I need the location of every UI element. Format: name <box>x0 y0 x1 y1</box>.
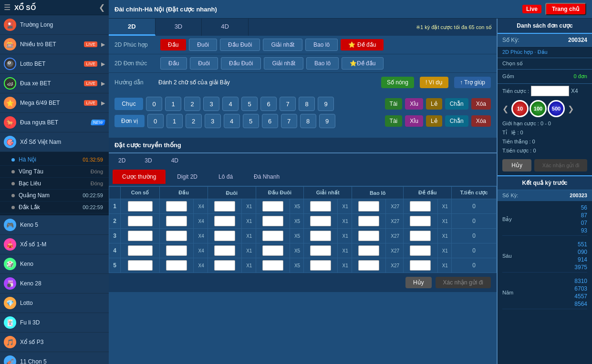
dau-val-5[interactable] <box>166 260 187 271</box>
dv-3[interactable]: 3 <box>205 114 221 128</box>
dv-7[interactable]: 7 <box>281 114 297 128</box>
dv-6[interactable]: 6 <box>262 114 278 128</box>
chip-next[interactable]: ❯ <box>566 104 576 113</box>
chuc-6[interactable]: 6 <box>260 97 277 111</box>
trad-cancel-btn[interactable]: Hủy <box>405 277 432 288</box>
sidebar-item-lotto[interactable]: 💎 Lotto <box>0 293 109 313</box>
duoi-btn-don-thuc[interactable]: Đuôi <box>190 57 218 70</box>
dau-duoi-val-5[interactable] <box>262 260 283 271</box>
dv-5[interactable]: 5 <box>243 114 259 128</box>
dau-val-1[interactable] <box>166 201 187 212</box>
tro-giup-btn[interactable]: ↑ Trợ giúp <box>454 77 491 88</box>
chip-10[interactable]: 10 <box>511 100 529 117</box>
dv-8[interactable]: 8 <box>300 114 316 128</box>
gn-val-2[interactable] <box>310 216 331 226</box>
de-dau-btn-phuc-hop[interactable]: ⭐Đề đầu <box>341 39 384 51</box>
sidebar-item-mega-649-bet[interactable]: ⭐ Mega 6/49 BET LIVE ▶ <box>0 93 109 113</box>
sidebar-item-dua-ngua-bet[interactable]: 🐎 Đua ngựa BET NEW <box>0 113 109 132</box>
chuc-btn[interactable]: Chục <box>114 98 143 110</box>
bao-lo-btn-don-thuc[interactable]: Bao lô <box>306 57 339 70</box>
chuc-xiu-btn[interactable]: Xỉu <box>405 98 423 110</box>
dau-btn-don-thuc[interactable]: Đầu <box>160 57 187 70</box>
duoi-val-3[interactable] <box>214 231 235 241</box>
dv-9[interactable]: 9 <box>319 114 335 128</box>
chuc-xoa-btn[interactable]: Xóa <box>471 98 491 110</box>
huy-button[interactable]: Hủy <box>502 159 531 172</box>
gn-val-4[interactable] <box>310 245 331 256</box>
giai-nhat-btn-don-thuc[interactable]: Giải nhất <box>264 57 303 70</box>
don-vi-btn[interactable]: Đơn vị <box>114 115 145 127</box>
gn-val-5[interactable] <box>310 260 331 271</box>
tab-2d[interactable]: 2D <box>109 19 156 36</box>
dau-duoi-btn-phuc-hop[interactable]: Đầu Đuôi <box>220 39 260 51</box>
sidebar-item-keno[interactable]: 🎲 Keno <box>0 254 109 274</box>
so-nong-btn[interactable]: Số nóng <box>381 77 414 88</box>
subtab-digit-2d[interactable]: Digit 2D <box>167 170 207 184</box>
duoi-val-5[interactable] <box>214 260 235 271</box>
subtab-da-nhanh[interactable]: Đá Nhanh <box>244 170 289 184</box>
dd-val-2[interactable] <box>410 216 431 226</box>
bl-val-2[interactable] <box>358 216 379 226</box>
chuc-9[interactable]: 9 <box>318 97 334 111</box>
dd-val-1[interactable] <box>410 201 431 212</box>
home-button[interactable]: Trang chủ <box>545 3 586 15</box>
sidebar-item-keno5[interactable]: 🎮 Keno 5 <box>0 215 109 235</box>
dv-xoa-btn[interactable]: Xóa <box>471 115 491 127</box>
sidebar-item-dua-xe-bet[interactable]: 🏎 Đua xe BET LIVE ▶ <box>0 74 109 93</box>
chuc-le-btn[interactable]: Lẻ <box>426 98 442 110</box>
sidebar-item-lotto-bet[interactable]: 🎱 Lotto BET LIVE ▶ <box>0 54 109 74</box>
chip-500[interactable]: 500 <box>548 100 565 117</box>
dv-1[interactable]: 1 <box>166 114 183 128</box>
subtab-cuoc-thuong[interactable]: Cược thường <box>113 170 166 184</box>
lottery-item-bac-lieu[interactable]: Bạc Liêu Đóng <box>0 178 109 190</box>
chuc-tai-btn[interactable]: Tài <box>385 98 403 110</box>
bl-val-3[interactable] <box>358 231 379 241</box>
sidebar-item-xo-so-viet-nam[interactable]: 🎯 Xổ Số Việt Nam <box>0 132 109 152</box>
dv-chan-btn[interactable]: Chẵn <box>445 115 468 127</box>
duoi-btn-phuc-hop[interactable]: Đuôi <box>189 39 217 51</box>
sidebar-item-xo-so-p3[interactable]: 🎵 Xổ số P3 <box>0 333 109 352</box>
dv-le-btn[interactable]: Lẻ <box>426 115 442 127</box>
sidebar-collapse-btn[interactable]: ❮ <box>99 3 105 12</box>
chuc-chan-btn[interactable]: Chẵn <box>445 98 468 110</box>
bl-val-1[interactable] <box>358 201 379 212</box>
dau-val-3[interactable] <box>166 231 187 241</box>
dau-duoi-val-4[interactable] <box>262 245 283 256</box>
chuc-1[interactable]: 1 <box>165 97 181 111</box>
dau-duoi-val-3[interactable] <box>262 231 283 241</box>
dd-val-3[interactable] <box>410 231 431 241</box>
bl-val-4[interactable] <box>358 245 379 256</box>
dv-tai-btn[interactable]: Tài <box>385 115 403 127</box>
sidebar-item-xo-so-1m[interactable]: 🎪 Xổ số 1-M <box>0 235 109 254</box>
chuc-7[interactable]: 7 <box>280 97 296 111</box>
con-so-input-4[interactable] <box>128 245 153 256</box>
chuc-8[interactable]: 8 <box>299 97 315 111</box>
chip-100[interactable]: 100 <box>530 100 547 117</box>
dv-0[interactable]: 0 <box>147 114 164 128</box>
sidebar-item-truong-long[interactable]: 🎴 Trường Long <box>0 15 109 35</box>
chuc-0[interactable]: 0 <box>146 97 162 111</box>
gn-val-3[interactable] <box>310 231 331 241</box>
subtab-lo-da[interactable]: Lô đá <box>209 170 242 184</box>
chip-prev[interactable]: ❮ <box>500 104 510 113</box>
lottery-item-ha-noi[interactable]: Hà Nội 01:32:59 <box>0 154 109 166</box>
chuc-2[interactable]: 2 <box>184 97 200 111</box>
trad-tab-3d[interactable]: 3D <box>135 153 161 168</box>
dau-duoi-val-2[interactable] <box>262 216 283 226</box>
duoi-val-1[interactable] <box>214 201 235 212</box>
lottery-item-dak-lak[interactable]: Đắk Lắk 00:22:59 <box>0 202 109 213</box>
sidebar-item-nhieu-tro-bet[interactable]: 🎰 Nhiều trò BET LIVE ▶ <box>0 35 109 54</box>
bao-lo-btn-phuc-hop[interactable]: Bao lô <box>305 39 338 51</box>
tab-4d[interactable]: 4D <box>202 19 249 36</box>
chuc-5[interactable]: 5 <box>241 97 258 111</box>
con-so-input-3[interactable] <box>128 231 153 241</box>
dau-duoi-val-1[interactable] <box>262 201 283 212</box>
lottery-item-quang-nam[interactable]: Quảng Nam 00:22:59 <box>0 190 109 202</box>
dv-xiu-btn[interactable]: Xỉu <box>405 115 423 127</box>
trad-tab-4d[interactable]: 4D <box>162 153 188 168</box>
chuc-3[interactable]: 3 <box>203 97 219 111</box>
tab-3d[interactable]: 3D <box>156 19 202 36</box>
giai-nhat-btn-phuc-hop[interactable]: Giải nhất <box>263 39 302 51</box>
con-so-input-1[interactable] <box>128 201 153 212</box>
dau-val-2[interactable] <box>166 216 187 226</box>
